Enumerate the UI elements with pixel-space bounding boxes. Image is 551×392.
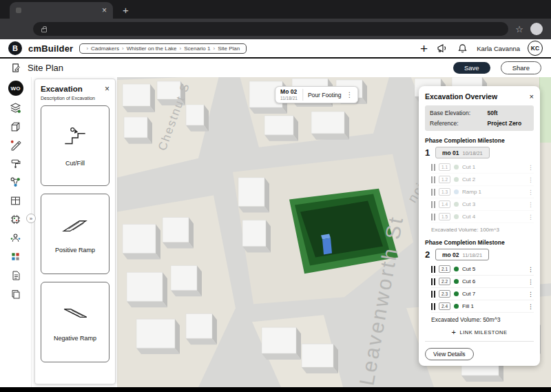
workflow-nodes-icon[interactable]	[9, 176, 22, 189]
markup-tools-icon[interactable]	[9, 138, 22, 152]
drag-handle-icon[interactable]	[431, 201, 435, 208]
phase-item-row[interactable]: 2.3 Cut 7 ⋮	[431, 288, 534, 300]
overview-close-icon[interactable]: ×	[530, 93, 534, 101]
item-menu-icon[interactable]: ⋮	[528, 303, 534, 310]
cmbuilder-logo[interactable]: B	[8, 41, 22, 55]
milestone-chip-mo02[interactable]: mo 02 11/18/21	[435, 249, 489, 260]
phase-item-row[interactable]: 1.2 Cut 2 ⋮	[431, 174, 534, 186]
chip-date: 11/18/21	[280, 96, 298, 101]
tab-close-icon[interactable]: ×	[102, 6, 107, 14]
phase-item-row[interactable]: 1.1 Cut 1 ⋮	[431, 161, 534, 174]
model-cube-icon[interactable]	[9, 120, 22, 133]
workspace-badge[interactable]: WO	[8, 81, 23, 96]
bookmark-star-icon[interactable]: ☆	[515, 24, 523, 34]
map-viewport[interactable]: Leavenworth St Chestnut S ncisco Mo 02 1…	[117, 77, 551, 387]
item-label: Cut 7	[462, 291, 524, 297]
milestone-chip-mo01[interactable]: mo 01 10/18/21	[435, 147, 490, 158]
announcements-icon[interactable]	[435, 42, 448, 55]
table-grid-icon[interactable]	[9, 194, 22, 207]
paint-roller-icon[interactable]	[9, 157, 22, 170]
siteplan-icon	[10, 61, 23, 74]
item-status-dot	[454, 189, 459, 194]
drag-handle-icon[interactable]	[431, 189, 435, 196]
breadcrumb-item-scenario[interactable]: Scenario 1	[184, 45, 210, 52]
item-menu-icon[interactable]: ⋮	[528, 201, 534, 208]
browser-tab[interactable]: ×	[10, 2, 113, 19]
positive-ramp-icon	[61, 214, 90, 238]
layers-icon[interactable]	[9, 101, 22, 114]
item-menu-icon[interactable]: ⋮	[528, 164, 534, 171]
option-label: Positive Ramp	[55, 247, 95, 254]
window-bottom-edge	[0, 387, 551, 392]
breadcrumb-sep: ›	[122, 45, 124, 52]
excavation-panel-title: Excavation	[41, 85, 83, 93]
drag-handle-icon[interactable]	[431, 266, 435, 273]
breadcrumb-sep: ›	[213, 45, 215, 52]
phase-item-row[interactable]: 2.4 Fill 1 ⋮	[431, 300, 534, 313]
automation-chip-icon[interactable]	[9, 213, 22, 226]
view-details-button[interactable]: View Details	[425, 348, 474, 360]
browser-profile-icon[interactable]	[530, 23, 543, 35]
breadcrumb-item-project[interactable]: Whistler on the Lake	[127, 45, 177, 52]
phase-item-row[interactable]: 2.2 Cut 6 ⋮	[431, 276, 534, 288]
new-tab-icon[interactable]: +	[123, 5, 129, 15]
breadcrumb-sep: ›	[86, 45, 88, 52]
excavation-panel-close-icon[interactable]: ×	[105, 85, 110, 93]
drag-handle-icon[interactable]	[431, 176, 435, 183]
breadcrumb-item-cadmakers[interactable]: Cadmakers	[91, 45, 119, 52]
chip-task-label: Pour Footing	[308, 92, 342, 99]
share-button[interactable]: Share	[501, 61, 541, 74]
copy-files-icon[interactable]	[9, 287, 22, 300]
drag-handle-icon[interactable]	[431, 291, 435, 298]
option-card-cutfill[interactable]: Cut/Fill	[41, 105, 110, 186]
item-menu-icon[interactable]: ⋮	[528, 278, 534, 285]
volume-value: 50m^3	[483, 316, 500, 323]
drag-handle-icon[interactable]	[431, 303, 435, 310]
drag-handle-icon[interactable]	[431, 214, 435, 220]
user-avatar[interactable]: KC	[528, 41, 543, 56]
phase-section-label: Phase Completion Milestone	[425, 137, 534, 144]
item-menu-icon[interactable]: ⋮	[528, 176, 534, 183]
drag-handle-icon[interactable]	[431, 278, 435, 285]
reference-label: Reference:	[430, 120, 488, 127]
item-menu-icon[interactable]: ⋮	[528, 214, 534, 220]
phase-item-row[interactable]: 1.3 Ramp 1 ⋮	[431, 186, 534, 198]
url-input[interactable]	[33, 22, 508, 36]
color-swatches-icon[interactable]	[9, 250, 22, 263]
phase-item-row[interactable]: 1.5 Cut 4 ⋮	[431, 211, 534, 223]
document-icon[interactable]	[9, 269, 22, 282]
item-label: Cut 2	[462, 176, 524, 183]
cutfill-icon	[61, 125, 90, 151]
phase-item-row[interactable]: 1.4 Cut 3 ⋮	[431, 198, 534, 211]
team-icon[interactable]	[9, 231, 22, 245]
link-milestone-button[interactable]: + LINK MILESTONE	[425, 329, 534, 336]
item-menu-icon[interactable]: ⋮	[528, 291, 534, 298]
timeline-milestone-chip[interactable]: Mo 02 11/18/21 Pour Footing ⋮	[275, 86, 359, 103]
link-milestone-label: LINK MILESTONE	[459, 329, 507, 336]
item-status-dot	[454, 304, 459, 309]
breadcrumb-sep: ›	[180, 45, 182, 52]
phase-item-row[interactable]: 2.1 Cut 5 ⋮	[431, 263, 534, 276]
item-menu-icon[interactable]: ⋮	[528, 266, 534, 273]
save-button[interactable]: Save	[453, 62, 490, 74]
chip-menu-icon[interactable]: ⋮	[346, 91, 353, 99]
plus-icon: +	[452, 329, 457, 336]
page-title: Site Plan	[28, 63, 63, 73]
breadcrumb-item-siteplan[interactable]: Site Plan	[218, 45, 240, 52]
milestone-date: 10/18/21	[463, 150, 483, 156]
rail-expander-icon[interactable]: »	[26, 214, 36, 223]
phase-number: 1	[425, 147, 430, 158]
item-index-badge: 1.5	[439, 213, 450, 220]
item-menu-icon[interactable]: ⋮	[528, 189, 534, 196]
option-card-negative-ramp[interactable]: Negative Ramp	[41, 282, 110, 362]
notifications-bell-icon[interactable]	[456, 42, 469, 55]
item-index-badge: 1.4	[439, 200, 450, 208]
item-label: Cut 4	[462, 214, 524, 220]
tab-favicon	[16, 8, 21, 13]
browser-tabstrip: × +	[0, 0, 551, 19]
item-index-badge: 2.2	[439, 278, 450, 285]
add-icon[interactable]: +	[420, 42, 428, 55]
drag-handle-icon[interactable]	[431, 164, 435, 171]
option-card-positive-ramp[interactable]: Positive Ramp	[41, 194, 110, 274]
phase-number: 2	[425, 249, 430, 260]
